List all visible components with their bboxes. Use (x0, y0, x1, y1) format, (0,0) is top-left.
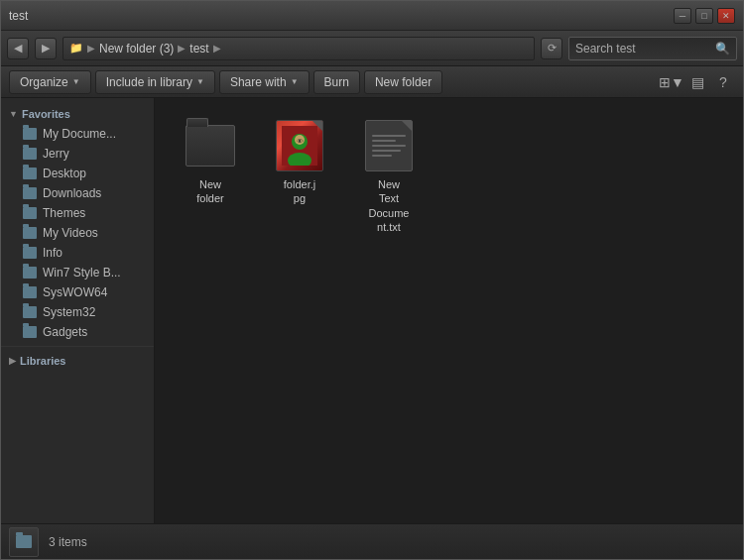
breadcrumb-sep-2: ▶ (178, 43, 186, 54)
libraries-label: Libraries (20, 355, 65, 367)
title-bar: test ─ □ ✕ (1, 1, 743, 31)
sidebar-item-myvideos[interactable]: My Videos (1, 223, 154, 243)
file-area: Newfolder 👁 folder.jpg (155, 98, 743, 523)
favorites-arrow-icon: ▼ (9, 109, 18, 119)
txt-icon-wrapper (361, 118, 417, 173)
sidebar-item-win7style[interactable]: Win7 Style B... (1, 263, 154, 282)
sidebar-item-label: Desktop (43, 167, 86, 180)
folder-icon (23, 306, 37, 318)
view-icons-button[interactable]: ⊞▼ (660, 71, 683, 93)
breadcrumb-sep-3: ▶ (213, 43, 221, 54)
sidebar: ▼ Favorites My Docume... Jerry Desktop (1, 98, 155, 523)
search-box[interactable]: Search test 🔍 (568, 37, 737, 60)
favorites-header[interactable]: ▼ Favorites (1, 104, 154, 124)
folder-icon (23, 207, 37, 219)
folder-icon (23, 148, 37, 160)
file-label: folder.jpg (284, 177, 315, 206)
sidebar-item-system32[interactable]: System32 (1, 302, 154, 322)
sidebar-divider (1, 346, 154, 347)
folder-icon (23, 326, 37, 338)
folder-icon (23, 128, 37, 140)
folder-icon (23, 227, 37, 239)
libraries-header[interactable]: ▶ Libraries (1, 351, 154, 371)
sidebar-item-label: My Videos (43, 226, 98, 240)
sidebar-item-syswow64[interactable]: SysWOW64 (1, 282, 154, 302)
status-count: 3 items (49, 535, 87, 549)
window-title: test (9, 9, 28, 23)
address-bar: ◀ ▶ 📁 ▶ New folder (3) ▶ test ▶ ⟳ Search… (1, 31, 743, 66)
sidebar-item-label: Jerry (43, 147, 69, 161)
folder-icon (23, 247, 37, 259)
sidebar-item-label: System32 (43, 305, 95, 319)
folder-icon (23, 286, 37, 298)
folder-icon (23, 168, 37, 179)
window: test ─ □ ✕ ◀ ▶ 📁 ▶ New folder (3) ▶ test… (0, 0, 744, 560)
svg-text:👁: 👁 (297, 138, 304, 145)
text-line-3 (372, 145, 406, 147)
breadcrumb-icon: 📁 (69, 42, 83, 55)
sidebar-item-label: Downloads (43, 186, 101, 200)
folder-icon (23, 267, 37, 279)
text-line-1 (372, 135, 406, 137)
breadcrumb-item-2[interactable]: test (189, 42, 208, 56)
folder-small-icon (16, 535, 32, 548)
share-arrow-icon: ▼ (291, 77, 299, 86)
back-button[interactable]: ◀ (7, 38, 29, 59)
jpg-thumbnail: 👁 (282, 126, 317, 166)
text-line-4 (372, 150, 401, 152)
sidebar-item-label: SysWOW64 (43, 285, 107, 299)
forward-button[interactable]: ▶ (35, 38, 57, 59)
share-with-button[interactable]: Share with ▼ (219, 70, 310, 94)
close-button[interactable]: ✕ (717, 8, 735, 24)
file-label: NewTextDocument.txt (369, 177, 410, 234)
sidebar-item-label: Gadgets (43, 325, 87, 339)
sidebar-item-info[interactable]: Info (1, 243, 154, 263)
sidebar-item-label: Info (43, 246, 62, 260)
view-details-button[interactable]: ▤ (685, 71, 709, 93)
search-placeholder: Search test (575, 42, 711, 56)
breadcrumb-item-1[interactable]: New folder (3) (99, 42, 174, 56)
organize-button[interactable]: Organize ▼ (9, 70, 91, 94)
libraries-section: ▶ Libraries (1, 351, 154, 371)
library-arrow-icon: ▼ (196, 77, 204, 86)
search-icon: 🔍 (715, 42, 730, 56)
main-area: ▼ Favorites My Docume... Jerry Desktop (1, 98, 743, 523)
sidebar-item-label: Themes (43, 206, 85, 220)
help-button[interactable]: ? (711, 71, 735, 93)
include-library-button[interactable]: Include in library ▼ (95, 70, 215, 94)
sidebar-item-label: My Docume... (43, 127, 116, 141)
sidebar-item-downloads[interactable]: Downloads (1, 183, 154, 203)
toolbar: Organize ▼ Include in library ▼ Share wi… (1, 66, 743, 98)
refresh-button[interactable]: ⟳ (541, 38, 562, 59)
jpg-icon-wrapper: 👁 (272, 118, 327, 173)
libraries-arrow-icon: ▶ (9, 356, 16, 366)
file-item-new-folder[interactable]: Newfolder (171, 114, 250, 238)
breadcrumb[interactable]: 📁 ▶ New folder (3) ▶ test ▶ (62, 37, 535, 60)
sidebar-item-mydocuments[interactable]: My Docume... (1, 124, 154, 144)
file-item-folder-jpg[interactable]: 👁 folder.jpg (260, 114, 339, 238)
sidebar-item-gadgets[interactable]: Gadgets (1, 322, 154, 342)
status-bar: 3 items (1, 523, 743, 559)
sidebar-item-themes[interactable]: Themes (1, 203, 154, 223)
folder-icon-wrapper (183, 118, 238, 173)
title-controls: ─ □ ✕ (674, 8, 735, 24)
file-label: Newfolder (196, 177, 224, 206)
sidebar-item-label: Win7 Style B... (43, 266, 121, 280)
organize-arrow-icon: ▼ (72, 77, 80, 86)
file-item-new-text[interactable]: NewTextDocument.txt (349, 114, 429, 238)
txt-file-icon (365, 120, 413, 171)
jpg-file-icon: 👁 (276, 120, 323, 171)
toolbar-right: ⊞▼ ▤ ? (660, 71, 735, 93)
status-folder-icon (9, 527, 39, 557)
sidebar-item-desktop[interactable]: Desktop (1, 164, 154, 183)
maximize-button[interactable]: □ (695, 8, 713, 24)
folder-icon (23, 187, 37, 199)
text-line-5 (372, 155, 392, 157)
new-folder-icon (186, 125, 235, 167)
minimize-button[interactable]: ─ (674, 8, 691, 24)
burn-button[interactable]: Burn (313, 70, 360, 94)
new-folder-button[interactable]: New folder (364, 70, 442, 94)
sidebar-item-jerry[interactable]: Jerry (1, 144, 154, 164)
favorites-label: Favorites (22, 108, 70, 120)
text-line-2 (372, 140, 396, 142)
